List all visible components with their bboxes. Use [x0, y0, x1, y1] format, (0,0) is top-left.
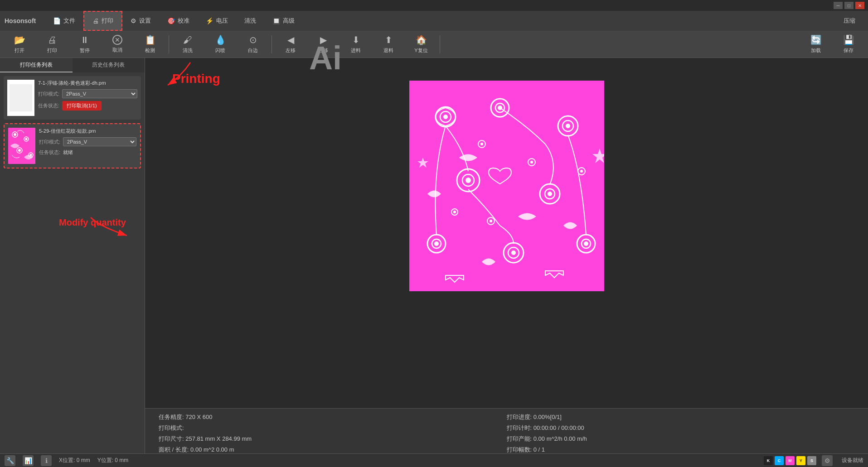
- svg-point-4: [25, 138, 28, 140]
- print-icon: 🖨: [92, 17, 99, 24]
- advanced-icon: 🔲: [272, 17, 280, 24]
- flash-icon: 💧: [215, 34, 226, 45]
- calibrate-icon: 🎯: [167, 17, 175, 24]
- main-area: Printing: [145, 58, 868, 453]
- job-mode-select-2[interactable]: 2Pass_V: [63, 137, 136, 146]
- menu-advanced[interactable]: 🔲 高级: [264, 11, 303, 31]
- divider-1: [169, 35, 169, 53]
- job-item-1[interactable]: 7-1-浮锚-涤纶-黄色迷彩-dh.prn 打印模式: 2Pass_V 任务状态…: [4, 76, 141, 120]
- clean-icon: 🖌: [183, 35, 192, 45]
- menu-clean[interactable]: 清洗: [236, 11, 264, 31]
- job-details-1: 7-1-浮锚-涤纶-黄色迷彩-dh.prn 打印模式: 2Pass_V 任务状态…: [38, 80, 137, 116]
- right-button[interactable]: ▶ 右移: [307, 32, 339, 57]
- svg-point-43: [580, 170, 583, 173]
- resolution-info: 任务精度: 720 X 600: [159, 413, 507, 421]
- menu-calibrate[interactable]: 🎯 校准: [159, 11, 198, 31]
- cancel-button[interactable]: ✕ 取消: [102, 32, 133, 57]
- menu-file[interactable]: 📄 文件: [45, 11, 83, 31]
- menu-print[interactable]: 🖨 打印: [83, 11, 122, 31]
- settings-icon: ⚙: [131, 17, 136, 24]
- job-item-2[interactable]: 5-29-佳佳红花纹-短款.prn 打印模式: 2Pass_V 任务状态: 就绪: [4, 123, 141, 169]
- pause-icon: ⏸: [80, 35, 89, 45]
- status-icon-2[interactable]: 📊: [23, 455, 34, 466]
- menu-compress[interactable]: 压缩: [835, 11, 863, 31]
- clean-button[interactable]: 🖌 清洗: [172, 32, 204, 57]
- status-icon-1[interactable]: 🔧: [5, 455, 15, 466]
- svg-point-21: [466, 178, 471, 183]
- left-button[interactable]: ◀ 左移: [275, 32, 306, 57]
- minimize-button[interactable]: ─: [834, 2, 843, 9]
- tab-history-list[interactable]: 历史任务列表: [73, 58, 145, 72]
- job-cancel-status-1[interactable]: 打印取消(1/1): [62, 101, 102, 111]
- open-icon: 📂: [14, 34, 25, 45]
- retract-button[interactable]: ⬆ 退料: [373, 32, 404, 57]
- printing-annotation: Printing: [172, 72, 220, 86]
- toolbar: 📂 打开 🖨 打印 ⏸ 暂停 ✕ 取消 📋 检测 🖌 清洗 💧 闪喷 ⊙ 白边 …: [0, 31, 868, 58]
- menu-settings[interactable]: ⚙ 设置: [122, 11, 159, 31]
- info-panel: 任务精度: 720 X 600 打印模式: 打印尺寸: 257.81 mm X …: [145, 408, 868, 453]
- svg-point-6: [18, 149, 21, 152]
- job-mode-select-1[interactable]: 2Pass_V: [62, 89, 137, 98]
- svg-point-35: [480, 143, 483, 145]
- settings-gear-icon[interactable]: ⚙: [822, 455, 833, 466]
- progress-info: 打印进度: 0.00%[0/1]: [507, 413, 855, 421]
- job-mode-row-1: 打印模式: 2Pass_V: [38, 89, 137, 98]
- title-bar: ─ □ ✕: [0, 0, 868, 11]
- job-thumb-1: [7, 80, 34, 116]
- print-button[interactable]: 🖨 打印: [36, 32, 68, 57]
- retract-icon: ⬆: [385, 34, 393, 45]
- svg-point-39: [490, 220, 492, 222]
- svg-point-18: [566, 124, 570, 128]
- productivity-info: 打印产能: 0.00 m^2/h 0.00 m/h: [507, 435, 855, 443]
- info-right: 打印进度: 0.00%[0/1] 打印计时: 00:00:00 / 00:00:…: [507, 413, 855, 449]
- svg-point-30: [511, 250, 516, 255]
- ink-y: Y: [796, 456, 805, 465]
- ink-k: K: [764, 456, 773, 465]
- preview-image: [409, 81, 604, 291]
- device-status: 设备就绪: [842, 457, 863, 464]
- time-info: 打印计时: 00:00:00 / 00:00:00: [507, 424, 855, 432]
- maximize-button[interactable]: □: [844, 2, 853, 9]
- whiteedge-icon: ⊙: [249, 34, 257, 45]
- copies-info: 打印幅数: 0 / 1: [507, 446, 855, 454]
- job-thumb-2: [8, 128, 35, 164]
- close-button[interactable]: ✕: [855, 2, 864, 9]
- feed-button[interactable]: ⬇ 进料: [340, 32, 372, 57]
- flash-button[interactable]: 💧 闪喷: [204, 32, 236, 57]
- tab-bar: 打印任务列表 历史任务列表: [0, 58, 145, 72]
- open-button[interactable]: 📂 打开: [4, 32, 35, 57]
- status-left: 🔧 📊 ℹ X位置: 0 mm Y位置: 0 mm: [5, 455, 128, 466]
- tab-print-list[interactable]: 打印任务列表: [0, 58, 73, 72]
- pause-button[interactable]: ⏸ 暂停: [69, 32, 101, 57]
- svg-point-33: [584, 241, 588, 246]
- job-details-2: 5-29-佳佳红花纹-短款.prn 打印模式: 2Pass_V 任务状态: 就绪: [39, 128, 136, 164]
- ink-m: M: [786, 456, 795, 465]
- left-icon: ◀: [287, 34, 294, 45]
- print-toolbar-icon: 🖨: [48, 35, 57, 45]
- status-right: K C M Y S ⚙ 设备就绪: [764, 455, 863, 466]
- detect-button[interactable]: 📋 检测: [134, 32, 166, 57]
- divider-3: [440, 35, 440, 53]
- app-logo: Hosonsoft: [5, 17, 36, 24]
- save-button[interactable]: 💾 保存: [833, 32, 864, 57]
- menu-voltage[interactable]: ⚡ 电压: [198, 11, 236, 31]
- svg-point-37: [530, 161, 533, 164]
- feed-icon: ⬇: [352, 34, 360, 45]
- job-mode-row-2: 打印模式: 2Pass_V: [39, 137, 136, 146]
- info-left: 任务精度: 720 X 600 打印模式: 打印尺寸: 257.81 mm X …: [159, 413, 507, 449]
- x-position: X位置: 0 mm: [59, 457, 90, 464]
- voltage-icon: ⚡: [206, 17, 213, 24]
- svg-point-12: [443, 115, 448, 119]
- status-icon-3[interactable]: ℹ: [41, 455, 52, 466]
- job-status-row-2: 任务状态: 就绪: [39, 149, 136, 156]
- whiteedge-button[interactable]: ⊙ 白边: [237, 32, 269, 57]
- divider-2: [272, 35, 272, 53]
- svg-point-27: [434, 241, 439, 246]
- load-button[interactable]: 🔄 加载: [800, 32, 832, 57]
- job-ready-status-2: 就绪: [63, 149, 73, 156]
- mode-info: 打印模式:: [159, 424, 507, 432]
- home-button[interactable]: 🏠 Y复位: [405, 32, 437, 57]
- home-icon: 🏠: [416, 34, 427, 45]
- job-status-row-1: 任务状态: 打印取消(1/1): [38, 101, 137, 111]
- svg-point-24: [548, 192, 552, 196]
